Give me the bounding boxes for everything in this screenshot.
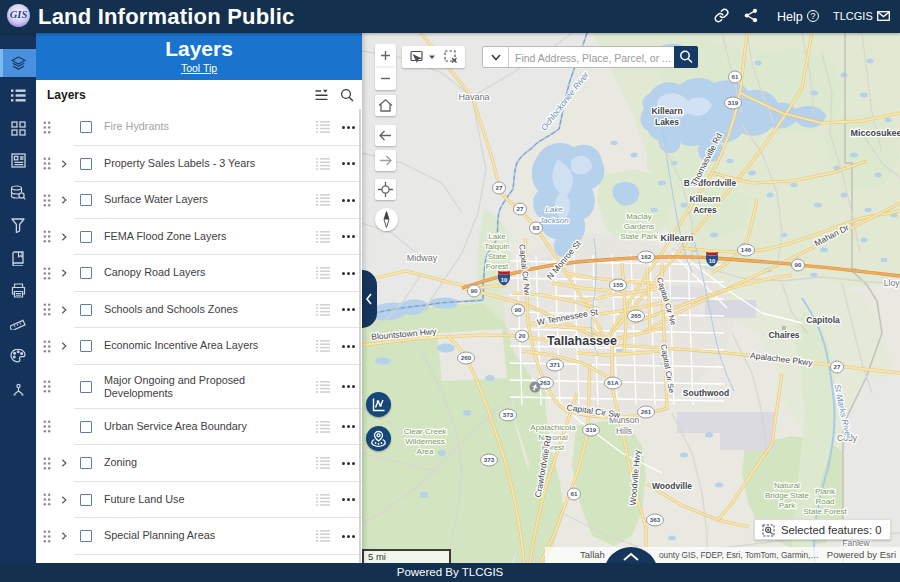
svg-text:Wilderness: Wilderness [405,437,445,446]
svg-text:Clear Creek: Clear Creek [404,427,448,436]
svg-text:Plank: Plank [815,487,836,496]
svg-text:Miccosukee: Miccosukee [850,128,900,138]
svg-text:Tallahassee: Tallahassee [547,334,617,348]
svg-text:10: 10 [501,277,508,283]
svg-text:61A: 61A [607,379,619,386]
svg-text:Ochlockonee River: Ochlockonee River [539,69,592,133]
svg-text:Killearn: Killearn [660,233,693,243]
svg-text:260: 260 [461,354,472,361]
svg-text:Blountstown Hwy: Blountstown Hwy [371,326,438,342]
svg-text:State Forest: State Forest [803,507,847,516]
svg-text:263: 263 [540,379,551,386]
svg-text:Capitola: Capitola [806,315,840,325]
svg-text:Crawfordville Rd: Crawfordville Rd [533,435,554,498]
svg-text:61: 61 [732,73,739,80]
svg-text:Apalachee Pkwy: Apalachee Pkwy [750,350,814,368]
svg-text:27: 27 [496,184,503,191]
svg-text:27: 27 [834,363,841,370]
svg-text:90: 90 [515,306,522,313]
svg-text:Capital Cir Nw: Capital Cir Nw [517,244,531,296]
svg-text:Mahan Dr: Mahan Dr [813,222,851,248]
svg-text:146: 146 [741,246,752,253]
svg-text:10: 10 [709,258,716,264]
svg-text:162: 162 [641,253,652,260]
svg-text:20: 20 [519,332,526,339]
svg-text:Acres: Acres [693,205,717,215]
svg-text:27: 27 [517,205,524,212]
svg-text:Capital Cir Sw: Capital Cir Sw [566,402,622,420]
svg-text:Woodville Hwy: Woodville Hwy [628,449,643,506]
svg-text:Bridge State: Bridge State [765,491,810,500]
svg-text:319: 319 [586,426,597,433]
svg-text:Woodville: Woodville [652,481,692,491]
svg-text:St Marks River: St Marks River [832,383,854,441]
svg-text:Killearn: Killearn [689,194,720,204]
svg-text:373: 373 [503,411,514,418]
svg-text:State: State [488,252,507,261]
svg-text:Talquin: Talquin [484,242,509,251]
svg-text:Apalachicola: Apalachicola [530,423,576,432]
svg-text:Road: Road [815,497,834,506]
svg-text:Capital Cir Ne: Capital Cir Ne [655,276,678,327]
svg-text:Gardens: Gardens [624,222,655,231]
svg-text:265: 265 [631,312,642,319]
svg-text:Natural: Natural [774,481,800,490]
svg-text:261: 261 [641,408,652,415]
svg-text:State Park: State Park [620,232,658,241]
svg-text:W Tennessee St: W Tennessee St [536,307,599,328]
svg-text:Maclay: Maclay [626,212,651,221]
svg-text:Southwood: Southwood [683,388,729,398]
svg-text:Lakes: Lakes [655,117,679,127]
svg-text:363: 363 [650,516,661,523]
svg-text:371: 371 [550,361,561,368]
svg-text:Forest: Forest [486,262,509,271]
svg-text:63: 63 [533,224,540,231]
svg-text:90: 90 [471,287,478,294]
svg-text:Havana: Havana [458,92,489,102]
svg-text:90: 90 [795,261,802,268]
svg-text:Chaires: Chaires [768,330,799,340]
svg-text:Lake: Lake [488,232,506,241]
svg-text:319: 319 [728,99,739,106]
svg-text:373: 373 [484,456,495,463]
svg-text:Lloyd: Lloyd [884,278,900,288]
svg-text:61: 61 [571,490,578,497]
svg-text:Killearn: Killearn [651,106,682,116]
svg-text:Area: Area [417,447,434,456]
svg-text:Capital Cir Se: Capital Cir Se [659,343,677,394]
svg-text:Lake: Lake [545,205,563,214]
svg-text:N Monroe St: N Monroe St [545,238,584,281]
svg-text:155: 155 [613,281,624,288]
svg-text:Midway: Midway [407,253,438,263]
svg-text:Park: Park [779,501,796,510]
svg-text:Jackson: Jackson [538,216,569,225]
svg-text:Hills: Hills [616,426,632,436]
